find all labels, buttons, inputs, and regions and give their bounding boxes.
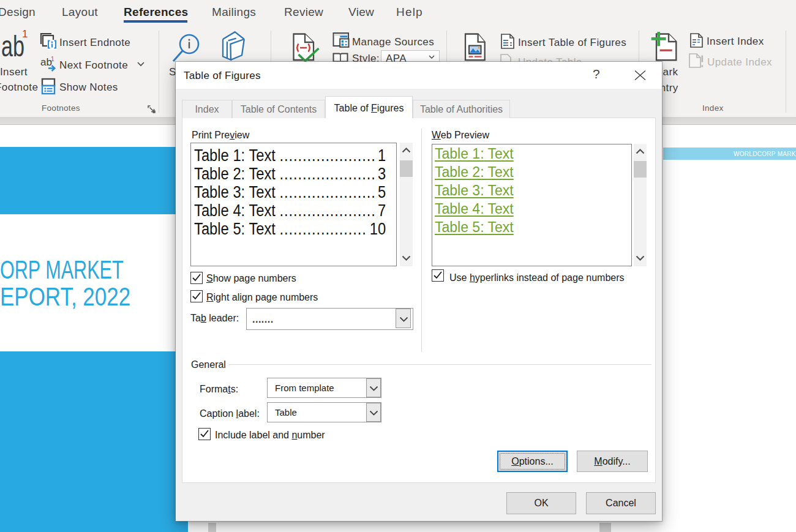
- svg-text:1: 1: [51, 56, 54, 62]
